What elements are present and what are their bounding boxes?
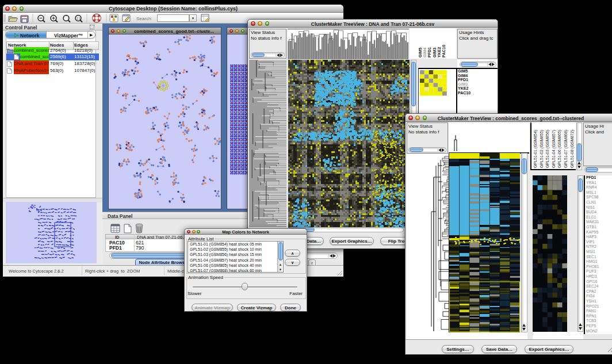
- svg-text:YKE2: YKE2: [437, 47, 441, 58]
- svg-text:GPL51-01 (GSM854): GPL51-01 (GSM854): [533, 130, 538, 168]
- svg-text:GPL51-06 (GSM865): GPL51-06 (GSM865): [557, 130, 562, 168]
- svg-text:PFD1: PFD1: [427, 47, 431, 58]
- svg-text:GPL51-03 (GSM856): GPL51-03 (GSM856): [545, 130, 550, 168]
- svg-text:GPL51-08 (GSM872): GPL51-08 (GSM872): [570, 130, 575, 168]
- svg-text:GIM4: GIM4: [423, 48, 427, 58]
- svg-text:GPL51-02 (GSM855): GPL51-02 (GSM855): [540, 130, 544, 168]
- svg-text:GPL51-07 (GSM868): GPL51-07 (GSM868): [564, 130, 568, 168]
- svg-text:GIM3: GIM3: [433, 48, 437, 58]
- svg-text:PAC10: PAC10: [442, 45, 446, 58]
- svg-text:1:1: 1:1: [76, 17, 81, 20]
- svg-text:GIM5: GIM5: [419, 48, 422, 58]
- svg-text:Search:: Search:: [136, 16, 152, 21]
- svg-text:GPL51-04 (GSM857): GPL51-04 (GSM857): [552, 130, 556, 168]
